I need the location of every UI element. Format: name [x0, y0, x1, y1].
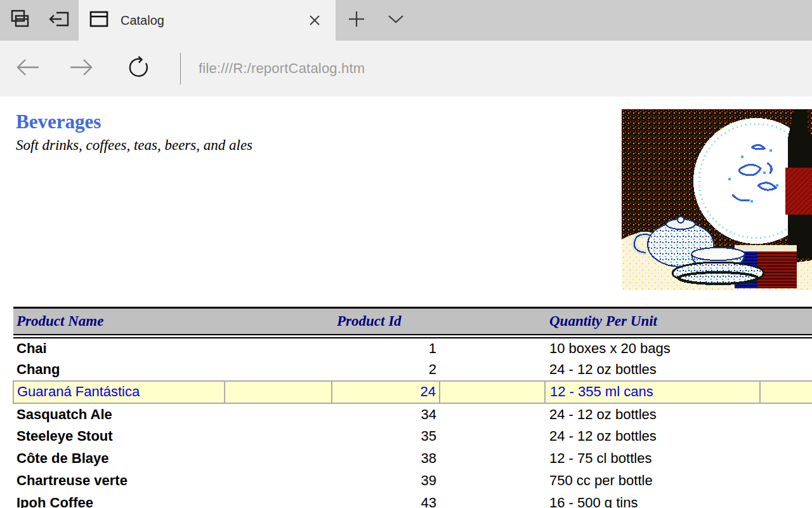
new-tab-button[interactable]	[336, 0, 377, 41]
category-header: Beverages Soft drinks, coffees, teas, be…	[16, 110, 252, 154]
quantity-cell[interactable]: 10 boxes x 20 bags	[545, 337, 760, 359]
quantity-cell[interactable]: 24 - 12 oz bottles	[545, 359, 760, 381]
product-id-cell[interactable]: 43	[332, 492, 440, 508]
spacer-cell	[760, 425, 812, 448]
set-aside-tabs-icon	[48, 10, 70, 31]
forward-button[interactable]	[63, 51, 99, 86]
product-name-cell[interactable]: Chai	[13, 337, 225, 359]
product-id-cell[interactable]: 34	[332, 403, 440, 425]
category-description: Soft drinks, coffees, teas, beers, and a…	[16, 137, 252, 154]
quantity-cell[interactable]: 750 cc per bottle	[545, 470, 760, 492]
product-table: Product Name Product Id Quantity Per Uni…	[13, 307, 812, 508]
product-id-cell[interactable]: 24	[332, 381, 440, 403]
quantity-cell[interactable]: 16 - 500 g tins	[545, 492, 760, 508]
set-aside-tabs-button[interactable]	[39, 0, 79, 41]
table-row[interactable]: Ipoh Coffee 43 16 - 500 g tins	[13, 492, 812, 508]
spacer-cell	[440, 337, 545, 359]
product-name-cell[interactable]: Chang	[13, 359, 225, 381]
tab-bar: Catalog	[0, 0, 812, 41]
column-header-product-id: Product Id	[332, 308, 440, 337]
addressbar-divider	[180, 53, 181, 84]
spacer-cell	[225, 403, 332, 425]
product-name-cell[interactable]: Steeleye Stout	[13, 425, 225, 448]
back-button[interactable]	[10, 51, 46, 86]
table-header-row: Product Name Product Id Quantity Per Uni…	[13, 308, 812, 337]
spacer-cell	[440, 359, 545, 381]
tab-title: Catalog	[121, 13, 304, 28]
plus-icon	[348, 10, 365, 30]
product-name-cell[interactable]: Chartreuse verte	[13, 470, 225, 492]
spacer-cell	[225, 425, 332, 448]
spacer-cell	[760, 337, 812, 359]
address-bar[interactable]: file:///R:/reportCatalog.htm	[199, 60, 365, 77]
spacer-cell	[760, 470, 812, 492]
tab-preview-button[interactable]	[0, 0, 39, 41]
table-row[interactable]: Côte de Blaye 38 12 - 75 cl bottles	[13, 448, 812, 470]
column-header-spacer	[760, 308, 812, 337]
quantity-cell[interactable]: 12 - 75 cl bottles	[545, 448, 760, 470]
category-photo	[622, 109, 812, 290]
page-icon	[89, 10, 109, 30]
tab-preview-icon	[9, 8, 30, 32]
navigation-bar: file:///R:/reportCatalog.htm	[0, 41, 812, 97]
forward-arrow-icon	[69, 57, 94, 80]
table-row[interactable]: Chartreuse verte 39 750 cc per bottle	[13, 470, 812, 492]
table-row[interactable]: Steeleye Stout 35 24 - 12 oz bottles	[13, 425, 812, 448]
spacer-cell	[440, 403, 545, 425]
spacer-cell	[225, 337, 332, 359]
column-header-product-name: Product Name	[13, 308, 225, 337]
quantity-cell[interactable]: 12 - 355 ml cans	[545, 381, 760, 403]
column-header-quantity-per-unit: Quantity Per Unit	[545, 308, 760, 337]
table-row[interactable]: Guaraná Fantástica 24 12 - 355 ml cans	[13, 381, 812, 403]
product-table-body: Chai 1 10 boxes x 20 bags Chang 2 24 - 1…	[13, 337, 812, 508]
quantity-cell[interactable]: 24 - 12 oz bottles	[545, 403, 760, 425]
spacer-cell	[440, 470, 545, 492]
spacer-cell	[440, 492, 545, 508]
product-name-cell[interactable]: Ipoh Coffee	[13, 492, 225, 508]
spacer-cell	[760, 381, 812, 403]
tabs-menu-button[interactable]	[377, 0, 414, 41]
product-name-cell[interactable]: Sasquatch Ale	[13, 403, 225, 425]
spacer-cell	[225, 470, 332, 492]
spacer-cell	[760, 492, 812, 508]
spacer-cell	[440, 448, 545, 470]
spacer-cell	[225, 381, 332, 403]
column-header-spacer	[225, 308, 332, 337]
spacer-cell	[225, 359, 332, 381]
spacer-cell	[225, 492, 332, 508]
product-id-cell[interactable]: 39	[332, 470, 440, 492]
spacer-cell	[440, 381, 545, 403]
tab-catalog[interactable]: Catalog	[79, 0, 336, 41]
tab-close-button[interactable]	[304, 10, 325, 31]
spacer-cell	[760, 359, 812, 381]
page-content: Beverages Soft drinks, coffees, teas, be…	[0, 97, 812, 508]
spacer-cell	[760, 403, 812, 425]
product-name-cell[interactable]: Guaraná Fantástica	[13, 381, 225, 403]
product-id-cell[interactable]: 38	[332, 448, 440, 470]
page-title: Beverages	[16, 110, 252, 133]
table-row[interactable]: Sasquatch Ale 34 24 - 12 oz bottles	[13, 403, 812, 425]
spacer-cell	[440, 425, 545, 448]
product-id-cell[interactable]: 1	[332, 337, 440, 359]
refresh-icon	[126, 55, 151, 83]
product-name-cell[interactable]: Côte de Blaye	[13, 448, 225, 470]
spacer-cell	[760, 448, 812, 470]
product-id-cell[interactable]: 2	[332, 359, 440, 381]
table-row[interactable]: Chai 1 10 boxes x 20 bags	[13, 337, 812, 359]
spacer-cell	[225, 448, 332, 470]
refresh-button[interactable]	[121, 51, 156, 86]
quantity-cell[interactable]: 24 - 12 oz bottles	[545, 425, 760, 448]
back-arrow-icon	[15, 57, 41, 80]
chevron-down-icon	[388, 14, 404, 27]
product-id-cell[interactable]: 35	[332, 425, 440, 448]
column-header-spacer	[440, 308, 545, 337]
table-row[interactable]: Chang 2 24 - 12 oz bottles	[13, 359, 812, 381]
